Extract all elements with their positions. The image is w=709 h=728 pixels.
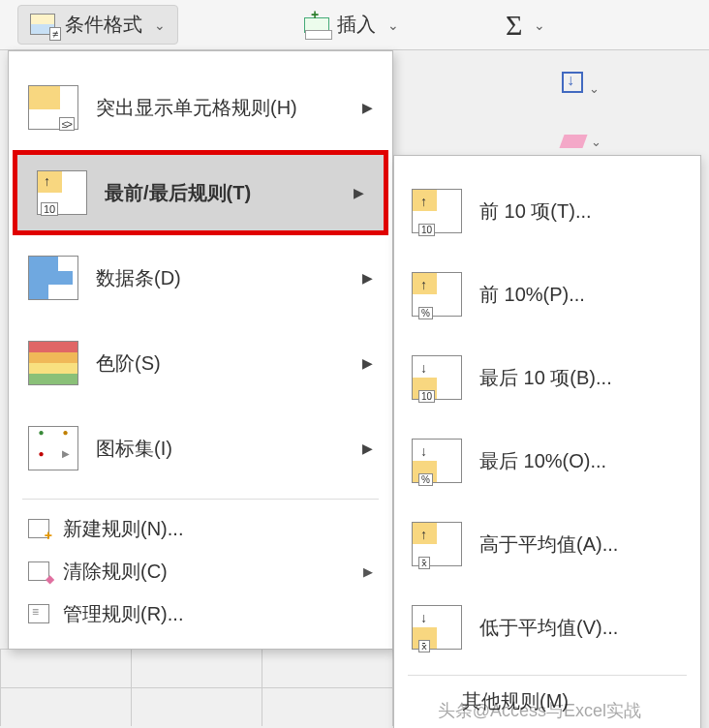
menu-label: 数据条(D) xyxy=(96,265,181,291)
fill-down-icon xyxy=(562,72,583,93)
menu-label: 新建规则(N)... xyxy=(63,516,183,542)
autosum-button[interactable]: Σ ⌄ xyxy=(506,9,545,42)
icon-sets-icon: ●●●▶ xyxy=(28,426,78,470)
menu-item-icon-sets[interactable]: ●●●▶ 图标集(I) ▶ xyxy=(9,406,392,491)
chevron-down-icon: ⌄ xyxy=(154,17,166,33)
top-bottom-submenu: ↑ 10 前 10 项(T)... ↑ % 前 10%(P)... ↓ 10 最… xyxy=(393,155,701,728)
menu-label: 清除规则(C) xyxy=(63,559,168,585)
menu-label: 最前/最后规则(T) xyxy=(105,180,251,206)
manage-rules-icon xyxy=(28,604,49,623)
highlight-cells-icon xyxy=(28,85,78,130)
conditional-formatting-label: 条件格式 xyxy=(65,12,142,38)
toolbar-partial-items: ⌄ ⌄ xyxy=(562,72,601,153)
menu-separator xyxy=(22,499,379,500)
submenu-label: 最后 10%(O)... xyxy=(479,448,606,474)
menu-item-data-bars[interactable]: 数据条(D) ▶ xyxy=(9,235,392,320)
menu-label: 管理规则(R)... xyxy=(63,601,183,627)
color-scales-icon xyxy=(28,341,78,385)
clear-button[interactable]: ⌄ xyxy=(562,131,601,153)
menu-item-top-bottom[interactable]: 最前/最后规则(T) ▶ xyxy=(13,150,388,235)
menu-separator xyxy=(408,675,687,676)
clear-rules-icon xyxy=(28,561,49,581)
submenu-item-above-average[interactable]: ↑ x̄ 高于平均值(A)... xyxy=(394,502,700,586)
submenu-label: 最后 10 项(B)... xyxy=(479,365,612,391)
eraser-icon xyxy=(559,135,587,148)
sigma-icon: Σ xyxy=(506,9,522,42)
submenu-item-top10-items[interactable]: ↑ 10 前 10 项(T)... xyxy=(394,169,700,253)
conditional-formatting-icon xyxy=(30,14,55,35)
insert-icon xyxy=(304,17,329,33)
submenu-label: 前 10%(P)... xyxy=(479,282,585,308)
ribbon-toolbar: 条件格式 ⌄ 插入 ⌄ Σ ⌄ xyxy=(0,0,709,50)
spreadsheet-grid xyxy=(0,649,393,726)
submenu-arrow-icon: ▶ xyxy=(362,355,373,371)
submenu-arrow-icon: ▶ xyxy=(363,564,373,579)
menu-item-clear-rules[interactable]: 清除规则(C) ▶ xyxy=(9,550,392,592)
menu-label: 突出显示单元格规则(H) xyxy=(96,95,297,121)
submenu-item-below-average[interactable]: ↓ x̄ 低于平均值(V)... xyxy=(394,586,700,669)
menu-label: 图标集(I) xyxy=(96,436,172,462)
bottom10-percent-icon: ↓ % xyxy=(412,439,462,483)
submenu-item-bottom10-percent[interactable]: ↓ % 最后 10%(O)... xyxy=(394,419,700,502)
submenu-arrow-icon: ▶ xyxy=(362,270,373,286)
menu-item-new-rule[interactable]: 新建规则(N)... xyxy=(9,507,392,550)
menu-label: 色阶(S) xyxy=(96,350,161,377)
below-average-icon: ↓ x̄ xyxy=(412,605,462,650)
submenu-arrow-icon: ▶ xyxy=(362,440,373,456)
fill-button[interactable]: ⌄ xyxy=(562,72,601,98)
submenu-label: 高于平均值(A)... xyxy=(479,531,618,558)
chevron-down-icon: ⌄ xyxy=(387,17,399,33)
watermark-text: 头条@Access与Excel实战 xyxy=(438,699,641,722)
menu-item-color-scales[interactable]: 色阶(S) ▶ xyxy=(9,320,392,406)
top-bottom-icon xyxy=(37,170,87,215)
data-bars-icon xyxy=(28,256,78,300)
chevron-down-icon: ⌄ xyxy=(534,17,545,33)
menu-item-manage-rules[interactable]: 管理规则(R)... xyxy=(9,592,392,635)
menu-item-highlight-cells[interactable]: 突出显示单元格规则(H) ▶ xyxy=(9,65,392,150)
bottom10-items-icon: ↓ 10 xyxy=(412,355,462,400)
submenu-arrow-icon: ▶ xyxy=(362,100,373,115)
top10-items-icon: ↑ 10 xyxy=(412,189,462,233)
insert-label: 插入 xyxy=(337,12,376,38)
insert-button[interactable]: 插入 ⌄ xyxy=(304,12,399,38)
submenu-item-top10-percent[interactable]: ↑ % 前 10%(P)... xyxy=(394,253,700,336)
top10-percent-icon: ↑ % xyxy=(412,272,462,317)
submenu-item-bottom10-items[interactable]: ↓ 10 最后 10 项(B)... xyxy=(394,336,700,419)
conditional-formatting-menu: 突出显示单元格规则(H) ▶ 最前/最后规则(T) ▶ 数据条(D) ▶ 色阶(… xyxy=(8,50,393,650)
new-rule-icon xyxy=(28,519,49,538)
submenu-label: 前 10 项(T)... xyxy=(479,198,592,225)
conditional-formatting-button[interactable]: 条件格式 ⌄ xyxy=(17,5,178,45)
submenu-arrow-icon: ▶ xyxy=(354,185,364,200)
above-average-icon: ↑ x̄ xyxy=(412,522,462,566)
submenu-label: 低于平均值(V)... xyxy=(479,615,618,641)
